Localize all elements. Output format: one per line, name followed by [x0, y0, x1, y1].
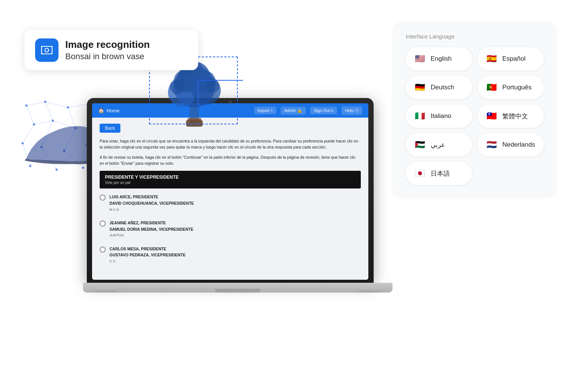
ballot-content: Back Para votar, haga clic en el círculo… — [92, 118, 368, 280]
candidate-party-2: C C — [109, 258, 185, 264]
language-panel: Interface Language 🇺🇸English🇪🇸Español🇩🇪D… — [394, 23, 556, 196]
language-grid: 🇺🇸English🇪🇸Español🇩🇪Deutsch🇵🇹Português🇮🇹… — [406, 47, 544, 185]
language-label-japanese: 日本語 — [431, 169, 450, 178]
flag-espanol: 🇪🇸 — [485, 52, 498, 65]
ballot-instructions-1: Para votar, haga clic en el círculo que … — [100, 138, 361, 150]
candidate-info-2: CARLOS MESA, PRESIDENTE GUSTAVO PEDRAZA,… — [109, 246, 185, 264]
candidate-vp-0: DAVID CHOQUEHUANCA, VICEPRESIDENTE — [109, 200, 194, 207]
language-btn-deutsch[interactable]: 🇩🇪Deutsch — [406, 76, 472, 99]
language-label-nederlands: Nederlands — [502, 141, 535, 149]
home-icon: 🏠 — [98, 108, 104, 113]
screen-content: 🏠 Home Import +Admin 🔒Sign Out ⎋Help ⓘ B… — [92, 103, 368, 280]
language-btn-arabic[interactable]: 🇵🇸عربي — [406, 133, 472, 156]
back-button[interactable]: Back — [100, 124, 120, 133]
language-panel-title: Interface Language — [406, 33, 544, 40]
navbar-btn-admin[interactable]: Admin 🔒 — [281, 107, 306, 115]
language-label-portugues: Português — [502, 84, 532, 91]
laptop-screen: 🏠 Home Import +Admin 🔒Sign Out ⎋Help ⓘ B… — [92, 103, 368, 280]
laptop: 🏠 Home Import +Admin 🔒Sign Out ⎋Help ⓘ B… — [83, 98, 377, 317]
candidates-list: LUIS ARCE, PRESIDENTE DAVID CHOQUEHUANCA… — [100, 194, 361, 265]
home-label: Home — [106, 108, 120, 113]
language-label-espanol: Español — [502, 55, 525, 63]
flag-arabic: 🇵🇸 — [413, 138, 426, 151]
language-label-arabic: عربي — [431, 141, 445, 149]
candidate-party-0: M A S — [109, 207, 194, 212]
recognition-title: Image recognition — [65, 39, 150, 51]
svg-point-1 — [45, 48, 49, 52]
language-label-english: English — [431, 55, 452, 63]
recognition-icon — [35, 38, 58, 62]
navbar-btn-help[interactable]: Help ⓘ — [342, 106, 362, 115]
svg-line-39 — [68, 107, 75, 128]
candidate-info-1: JEANINE AÑEZ, PRESIDENTE SAMUEL DORIA ME… — [109, 220, 193, 238]
language-btn-nederlands[interactable]: 🇳🇱Nederlands — [477, 133, 544, 156]
candidate-info-0: LUIS ARCE, PRESIDENTE DAVID CHOQUEHUANCA… — [109, 194, 194, 212]
language-btn-traditional-chinese[interactable]: 🇹🇼繁體中文 — [477, 104, 544, 128]
svg-rect-0 — [42, 46, 52, 54]
flag-english: 🇺🇸 — [413, 52, 426, 65]
language-btn-portugues[interactable]: 🇵🇹Português — [477, 76, 544, 99]
flag-japanese: 🇯🇵 — [413, 167, 426, 180]
language-btn-japanese[interactable]: 🇯🇵日本語 — [406, 162, 472, 185]
flag-italiano: 🇮🇹 — [413, 110, 426, 123]
svg-line-46 — [23, 124, 34, 143]
svg-line-33 — [26, 102, 45, 106]
connection-line-vertical — [198, 80, 199, 110]
language-btn-espanol[interactable]: 🇪🇸Español — [477, 47, 544, 70]
candidate-vp-1: SAMUEL DORIA MEDINA, VICEPRESIDENTE — [109, 226, 193, 233]
language-btn-english[interactable]: 🇺🇸English — [406, 47, 472, 70]
candidate-row: JEANINE AÑEZ, PRESIDENTE SAMUEL DORIA ME… — [100, 220, 361, 240]
laptop-base — [83, 283, 393, 293]
ballot-section-header: PRESIDENTE Y VICEPRESIDENTE Vote por un … — [100, 171, 361, 188]
radio-candidate-1[interactable] — [100, 221, 106, 227]
language-btn-italiano[interactable]: 🇮🇹Italiano — [406, 104, 472, 128]
navbar-right: Import +Admin 🔒Sign Out ⎋Help ⓘ — [254, 106, 362, 115]
laptop-foot-left — [94, 290, 117, 293]
flag-nederlands: 🇳🇱 — [485, 138, 498, 151]
radio-candidate-0[interactable] — [100, 195, 106, 201]
candidate-name-0: LUIS ARCE, PRESIDENTE — [109, 194, 194, 200]
laptop-foot-right — [359, 290, 381, 293]
radio-candidate-2[interactable] — [100, 247, 106, 253]
svg-line-34 — [45, 102, 68, 107]
candidate-row: LUIS ARCE, PRESIDENTE DAVID CHOQUEHUANCA… — [100, 194, 361, 214]
candidate-row: CARLOS MESA, PRESIDENTE GUSTAVO PEDRAZA,… — [100, 246, 361, 266]
language-label-deutsch: Deutsch — [431, 84, 454, 91]
ballot-instructions-2: A fin de revisar su boleta, haga clic en… — [100, 154, 361, 167]
svg-line-38 — [45, 102, 53, 121]
recognition-text: Image recognition Bonsai in brown vase — [65, 39, 150, 61]
flag-deutsch: 🇩🇪 — [413, 81, 426, 94]
navbar-left: 🏠 Home — [98, 108, 120, 113]
svg-line-37 — [26, 106, 34, 124]
image-recognition-card: Image recognition Bonsai in brown vase — [25, 30, 198, 70]
connection-line-horizontal — [198, 80, 243, 81]
candidate-name-2: CARLOS MESA, PRESIDENTE — [109, 246, 185, 252]
flag-portugues: 🇵🇹 — [485, 81, 498, 94]
navbar-btn-signout[interactable]: Sign Out ⎋ — [310, 107, 337, 114]
navbar-btn-import[interactable]: Import + — [254, 107, 277, 114]
candidate-vp-2: GUSTAVO PEDRAZA, VICEPRESIDENTE — [109, 252, 185, 258]
candidate-name-1: JEANINE AÑEZ, PRESIDENTE — [109, 220, 193, 226]
language-label-traditional-chinese: 繁體中文 — [502, 112, 528, 121]
section-title: PRESIDENTE Y VICEPRESIDENTE — [105, 175, 356, 180]
section-sub: Vote por un par — [105, 181, 356, 185]
recognition-subtitle: Bonsai in brown vase — [65, 52, 150, 61]
svg-line-42 — [34, 121, 53, 124]
language-label-italiano: Italiano — [431, 112, 451, 120]
flag-traditional-chinese: 🇹🇼 — [485, 110, 498, 123]
candidate-party-1: JUNTOS — [109, 232, 193, 238]
